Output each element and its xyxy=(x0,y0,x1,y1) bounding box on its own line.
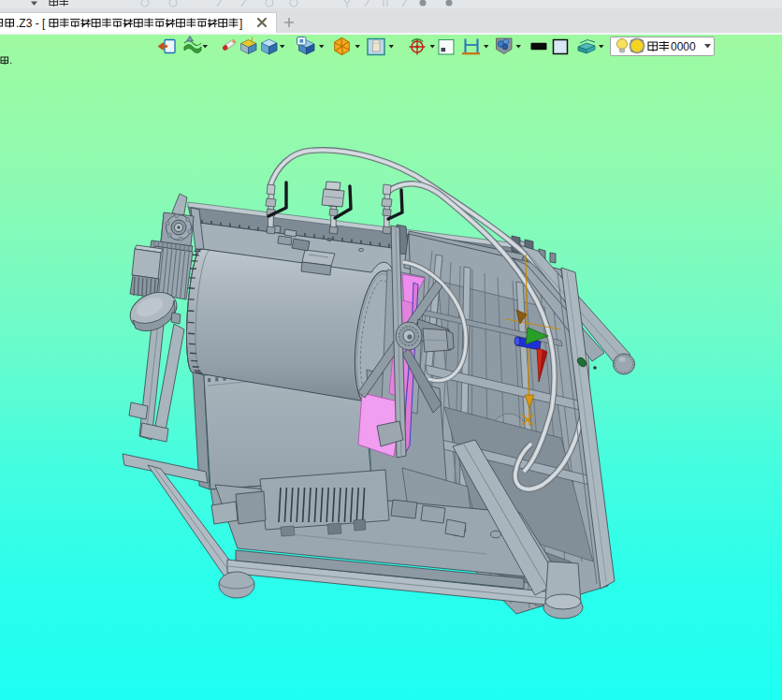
svg-text:0000: 0000 xyxy=(671,40,696,53)
svg-text:.: . xyxy=(9,54,12,66)
svg-text:.Z3 - [: .Z3 - [ xyxy=(16,17,46,30)
svg-text:]: ] xyxy=(239,17,242,30)
